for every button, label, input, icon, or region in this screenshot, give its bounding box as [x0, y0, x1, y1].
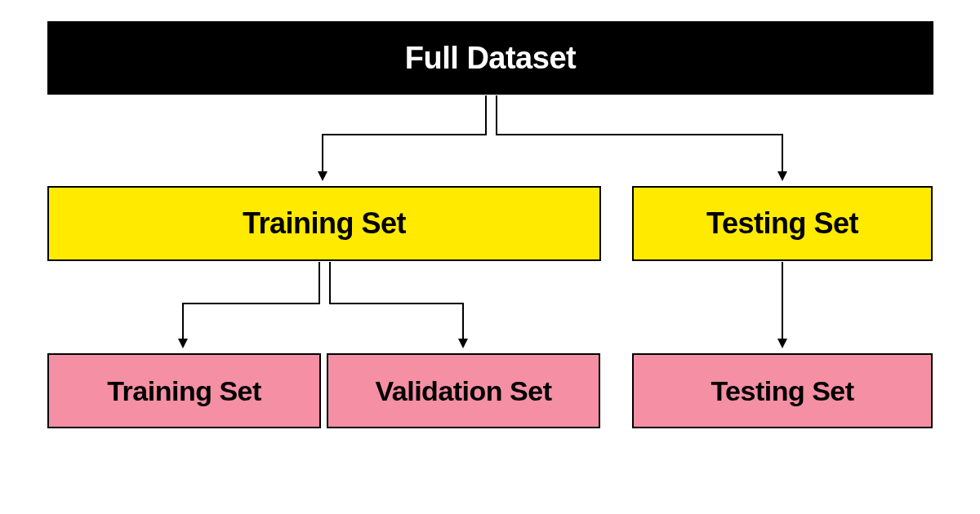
arrow-training-to-training	[178, 262, 319, 348]
arrow-training-to-validation	[330, 262, 468, 348]
training-set-box-l2: Training Set	[47, 186, 601, 261]
arrow-full-to-testing	[497, 95, 787, 181]
training-set-label-l2: Training Set	[243, 206, 406, 241]
testing-set-label-l2: Testing Set	[706, 206, 858, 241]
training-set-label-l3: Training Set	[107, 375, 261, 407]
arrow-testing-to-testing	[777, 262, 787, 348]
testing-set-box-l2: Testing Set	[632, 186, 933, 261]
arrow-full-to-training	[318, 95, 486, 181]
training-set-box-l3: Training Set	[47, 353, 321, 428]
validation-set-label-l3: Validation Set	[376, 375, 552, 407]
validation-set-box-l3: Validation Set	[327, 353, 600, 428]
full-dataset-box: Full Dataset	[47, 21, 933, 95]
testing-set-label-l3: Testing Set	[710, 375, 853, 407]
testing-set-box-l3: Testing Set	[632, 353, 933, 428]
full-dataset-label: Full Dataset	[405, 41, 576, 76]
diagram-container: Full Dataset Training Set Testing Set Tr…	[0, 0, 980, 514]
